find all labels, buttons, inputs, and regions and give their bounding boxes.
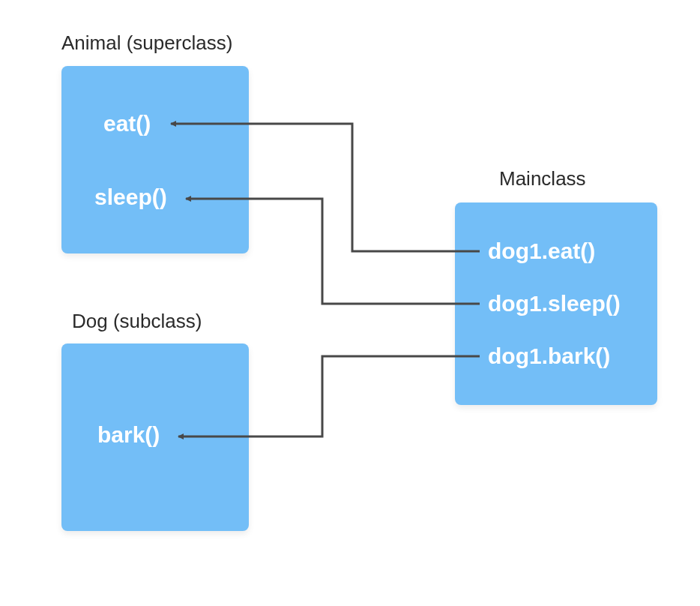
mainclass-call-bark: dog1.bark() (488, 344, 610, 369)
subclass-method-bark: bark() (97, 422, 160, 448)
mainclass-call-eat: dog1.eat() (488, 238, 595, 264)
subclass-box: bark() (61, 344, 249, 531)
superclass-method-eat: eat() (103, 111, 151, 136)
mainclass-call-sleep: dog1.sleep() (488, 291, 621, 316)
subclass-label: Dog (subclass) (72, 310, 202, 333)
mainclass-box: dog1.eat() dog1.sleep() dog1.bark() (455, 202, 657, 405)
superclass-label: Animal (superclass) (61, 32, 232, 55)
mainclass-label: Mainclass (499, 167, 586, 190)
superclass-box: eat() sleep() (61, 66, 249, 254)
superclass-method-sleep: sleep() (94, 184, 167, 210)
